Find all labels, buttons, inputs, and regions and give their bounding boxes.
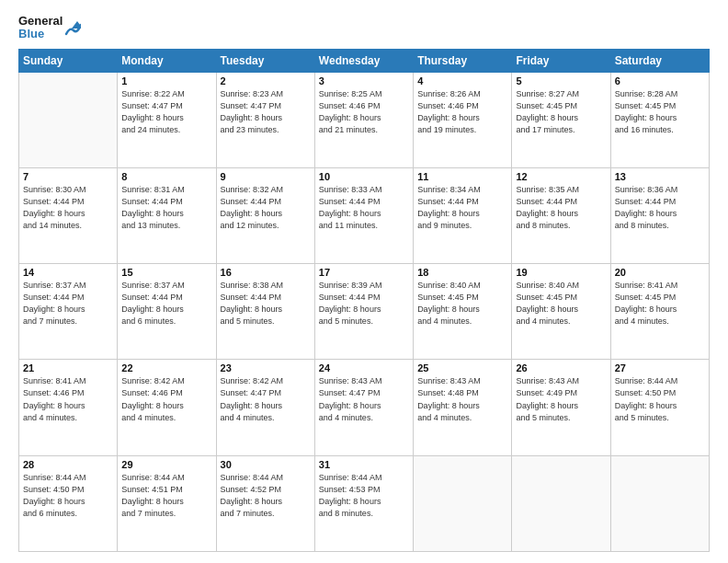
day-info: Sunrise: 8:25 AMSunset: 4:46 PMDaylight:…: [319, 88, 409, 136]
day-number: 26: [516, 362, 606, 373]
week-row-3: 21Sunrise: 8:41 AMSunset: 4:46 PMDayligh…: [19, 360, 710, 455]
day-info: Sunrise: 8:40 AMSunset: 4:45 PMDaylight:…: [516, 280, 606, 327]
calendar-cell: 30Sunrise: 8:44 AMSunset: 4:52 PMDayligh…: [216, 455, 314, 551]
calendar-cell: 4Sunrise: 8:26 AMSunset: 4:46 PMDaylight…: [414, 72, 512, 167]
day-info: Sunrise: 8:41 AMSunset: 4:46 PMDaylight:…: [23, 375, 113, 423]
calendar-table: SundayMondayTuesdayWednesdayThursdayFrid…: [18, 49, 710, 552]
page: General Blue SundayMondayTuesdayWednesda…: [0, 0, 728, 563]
day-info: Sunrise: 8:36 AMSunset: 4:44 PMDaylight:…: [615, 184, 705, 232]
calendar-cell: 15Sunrise: 8:37 AMSunset: 4:44 PMDayligh…: [118, 264, 216, 360]
day-info: Sunrise: 8:43 AMSunset: 4:47 PMDaylight:…: [319, 375, 409, 423]
day-number: 23: [221, 362, 311, 373]
day-info: Sunrise: 8:44 AMSunset: 4:51 PMDaylight:…: [121, 472, 211, 520]
day-info: Sunrise: 8:42 AMSunset: 4:46 PMDaylight:…: [121, 375, 211, 423]
day-info: Sunrise: 8:43 AMSunset: 4:48 PMDaylight:…: [417, 375, 507, 423]
day-info: Sunrise: 8:39 AMSunset: 4:44 PMDaylight:…: [319, 280, 409, 327]
day-number: 3: [319, 75, 409, 86]
weekday-header-friday: Friday: [512, 49, 610, 72]
day-number: 5: [516, 75, 606, 86]
calendar-cell: 26Sunrise: 8:43 AMSunset: 4:49 PMDayligh…: [512, 360, 610, 455]
day-number: 19: [516, 267, 606, 278]
calendar-cell: 29Sunrise: 8:44 AMSunset: 4:51 PMDayligh…: [118, 455, 216, 551]
weekday-header-tuesday: Tuesday: [216, 49, 314, 72]
calendar-cell: [512, 455, 610, 551]
day-number: 7: [23, 171, 113, 182]
day-number: 12: [516, 171, 606, 182]
day-number: 17: [319, 267, 409, 278]
day-number: 22: [121, 362, 211, 373]
calendar-cell: 12Sunrise: 8:35 AMSunset: 4:44 PMDayligh…: [512, 167, 610, 263]
day-number: 29: [121, 459, 211, 470]
calendar-cell: 28Sunrise: 8:44 AMSunset: 4:50 PMDayligh…: [19, 455, 118, 551]
day-info: Sunrise: 8:34 AMSunset: 4:44 PMDaylight:…: [417, 184, 507, 232]
day-info: Sunrise: 8:44 AMSunset: 4:52 PMDaylight:…: [221, 472, 311, 520]
day-number: 15: [121, 267, 211, 278]
calendar-cell: 31Sunrise: 8:44 AMSunset: 4:53 PMDayligh…: [314, 455, 413, 551]
day-number: 14: [23, 267, 113, 278]
day-info: Sunrise: 8:43 AMSunset: 4:49 PMDaylight:…: [516, 375, 606, 423]
day-info: Sunrise: 8:37 AMSunset: 4:44 PMDaylight:…: [23, 280, 113, 327]
day-info: Sunrise: 8:44 AMSunset: 4:50 PMDaylight:…: [615, 375, 705, 423]
header: General Blue: [18, 15, 710, 41]
calendar-cell: 3Sunrise: 8:25 AMSunset: 4:46 PMDaylight…: [314, 72, 413, 167]
day-info: Sunrise: 8:37 AMSunset: 4:44 PMDaylight:…: [121, 280, 211, 327]
day-number: 24: [319, 362, 409, 373]
calendar-cell: 17Sunrise: 8:39 AMSunset: 4:44 PMDayligh…: [314, 264, 413, 360]
calendar-cell: 22Sunrise: 8:42 AMSunset: 4:46 PMDayligh…: [118, 360, 216, 455]
day-info: Sunrise: 8:26 AMSunset: 4:46 PMDaylight:…: [417, 88, 507, 136]
calendar-cell: [414, 455, 512, 551]
calendar-cell: 20Sunrise: 8:41 AMSunset: 4:45 PMDayligh…: [610, 264, 709, 360]
calendar-cell: 21Sunrise: 8:41 AMSunset: 4:46 PMDayligh…: [19, 360, 118, 455]
weekday-header-thursday: Thursday: [414, 49, 512, 72]
weekday-header-wednesday: Wednesday: [314, 49, 413, 72]
day-number: 13: [615, 171, 705, 182]
day-number: 31: [319, 459, 409, 470]
day-number: 10: [319, 171, 409, 182]
calendar-cell: 10Sunrise: 8:33 AMSunset: 4:44 PMDayligh…: [314, 167, 413, 263]
weekday-header-monday: Monday: [118, 49, 216, 72]
day-number: 21: [23, 362, 113, 373]
day-number: 30: [221, 459, 311, 470]
calendar-cell: 27Sunrise: 8:44 AMSunset: 4:50 PMDayligh…: [610, 360, 709, 455]
calendar-cell: 2Sunrise: 8:23 AMSunset: 4:47 PMDaylight…: [216, 72, 314, 167]
weekday-header-saturday: Saturday: [610, 49, 709, 72]
day-info: Sunrise: 8:44 AMSunset: 4:50 PMDaylight:…: [23, 472, 113, 520]
day-number: 16: [221, 267, 311, 278]
logo-text: General Blue: [18, 15, 81, 41]
calendar-cell: 9Sunrise: 8:32 AMSunset: 4:44 PMDaylight…: [216, 167, 314, 263]
calendar-cell: 8Sunrise: 8:31 AMSunset: 4:44 PMDaylight…: [118, 167, 216, 263]
calendar-cell: 24Sunrise: 8:43 AMSunset: 4:47 PMDayligh…: [314, 360, 413, 455]
day-number: 2: [221, 75, 311, 86]
calendar-cell: 19Sunrise: 8:40 AMSunset: 4:45 PMDayligh…: [512, 264, 610, 360]
day-info: Sunrise: 8:31 AMSunset: 4:44 PMDaylight:…: [121, 184, 211, 232]
day-number: 9: [221, 171, 311, 182]
day-info: Sunrise: 8:35 AMSunset: 4:44 PMDaylight:…: [516, 184, 606, 232]
day-info: Sunrise: 8:22 AMSunset: 4:47 PMDaylight:…: [121, 88, 211, 136]
calendar-cell: [19, 72, 118, 167]
day-info: Sunrise: 8:38 AMSunset: 4:44 PMDaylight:…: [221, 280, 311, 327]
day-number: 25: [417, 362, 507, 373]
day-info: Sunrise: 8:41 AMSunset: 4:45 PMDaylight:…: [615, 280, 705, 327]
calendar-cell: 23Sunrise: 8:42 AMSunset: 4:47 PMDayligh…: [216, 360, 314, 455]
day-number: 28: [23, 459, 113, 470]
day-info: Sunrise: 8:42 AMSunset: 4:47 PMDaylight:…: [221, 375, 311, 423]
day-number: 1: [121, 75, 211, 86]
day-info: Sunrise: 8:32 AMSunset: 4:44 PMDaylight:…: [221, 184, 311, 232]
calendar-cell: 16Sunrise: 8:38 AMSunset: 4:44 PMDayligh…: [216, 264, 314, 360]
calendar-cell: 14Sunrise: 8:37 AMSunset: 4:44 PMDayligh…: [19, 264, 118, 360]
day-number: 18: [417, 267, 507, 278]
day-info: Sunrise: 8:23 AMSunset: 4:47 PMDaylight:…: [221, 88, 311, 136]
calendar-cell: 25Sunrise: 8:43 AMSunset: 4:48 PMDayligh…: [414, 360, 512, 455]
day-info: Sunrise: 8:27 AMSunset: 4:45 PMDaylight:…: [516, 88, 606, 136]
week-row-2: 14Sunrise: 8:37 AMSunset: 4:44 PMDayligh…: [19, 264, 710, 360]
day-number: 20: [615, 267, 705, 278]
logo-line1: General: [18, 15, 63, 28]
day-info: Sunrise: 8:33 AMSunset: 4:44 PMDaylight:…: [319, 184, 409, 232]
svg-marker-0: [72, 21, 81, 29]
calendar-cell: 1Sunrise: 8:22 AMSunset: 4:47 PMDaylight…: [118, 72, 216, 167]
calendar-cell: 18Sunrise: 8:40 AMSunset: 4:45 PMDayligh…: [414, 264, 512, 360]
weekday-header-row: SundayMondayTuesdayWednesdayThursdayFrid…: [19, 49, 710, 72]
calendar-cell: 6Sunrise: 8:28 AMSunset: 4:45 PMDaylight…: [610, 72, 709, 167]
day-info: Sunrise: 8:28 AMSunset: 4:45 PMDaylight:…: [615, 88, 705, 136]
logo-wave-icon: [64, 17, 81, 38]
